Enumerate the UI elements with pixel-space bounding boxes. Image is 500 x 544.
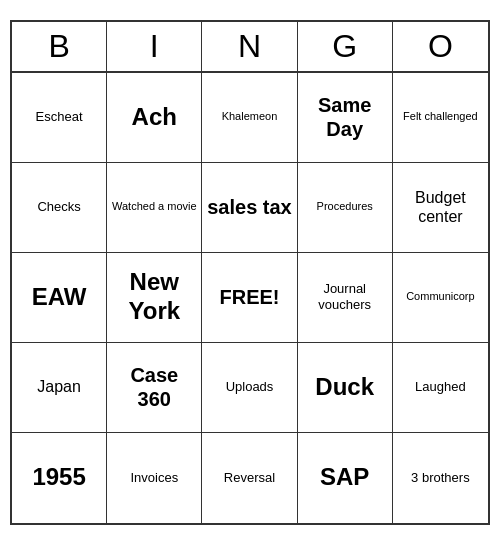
bingo-cell[interactable]: Escheat xyxy=(12,73,107,163)
bingo-header: BINGO xyxy=(12,22,488,73)
bingo-cell[interactable]: Laughed xyxy=(393,343,488,433)
cell-text: EAW xyxy=(32,283,87,312)
cell-text: Same Day xyxy=(302,93,388,141)
bingo-card: BINGO EscheatAchKhalemeonSame DayFelt ch… xyxy=(10,20,490,525)
bingo-cell[interactable]: New York xyxy=(107,253,202,343)
cell-text: Khalemeon xyxy=(222,110,278,123)
cell-text: Laughed xyxy=(415,379,466,395)
bingo-cell[interactable]: Khalemeon xyxy=(202,73,297,163)
bingo-cell[interactable]: Reversal xyxy=(202,433,297,523)
bingo-cell[interactable]: Duck xyxy=(298,343,393,433)
cell-text: Budget center xyxy=(397,188,484,226)
bingo-cell[interactable]: Uploads xyxy=(202,343,297,433)
cell-text: Felt challenged xyxy=(403,110,478,123)
cell-text: Japan xyxy=(37,377,81,396)
bingo-cell[interactable]: Communicorp xyxy=(393,253,488,343)
bingo-cell[interactable]: 3 brothers xyxy=(393,433,488,523)
cell-text: Case 360 xyxy=(111,363,197,411)
bingo-cell[interactable]: Case 360 xyxy=(107,343,202,433)
cell-text: SAP xyxy=(320,463,369,492)
cell-text: Communicorp xyxy=(406,290,474,303)
cell-text: New York xyxy=(111,268,197,326)
header-letter: N xyxy=(202,22,297,71)
bingo-cell[interactable]: EAW xyxy=(12,253,107,343)
cell-text: Invoices xyxy=(130,470,178,486)
header-letter: I xyxy=(107,22,202,71)
bingo-grid: EscheatAchKhalemeonSame DayFelt challeng… xyxy=(12,73,488,523)
bingo-cell[interactable]: Watched a movie xyxy=(107,163,202,253)
cell-text: Duck xyxy=(315,373,374,402)
cell-text: Procedures xyxy=(317,200,373,213)
cell-text: Watched a movie xyxy=(112,200,197,213)
cell-text: sales tax xyxy=(207,195,292,219)
bingo-cell[interactable]: SAP xyxy=(298,433,393,523)
bingo-cell[interactable]: Procedures xyxy=(298,163,393,253)
bingo-cell[interactable]: Invoices xyxy=(107,433,202,523)
bingo-cell[interactable]: Ach xyxy=(107,73,202,163)
header-letter: G xyxy=(298,22,393,71)
bingo-cell[interactable]: 1955 xyxy=(12,433,107,523)
bingo-cell[interactable]: Felt challenged xyxy=(393,73,488,163)
cell-text: FREE! xyxy=(219,285,279,309)
cell-text: Reversal xyxy=(224,470,275,486)
bingo-cell[interactable]: Same Day xyxy=(298,73,393,163)
cell-text: 3 brothers xyxy=(411,470,470,486)
bingo-cell[interactable]: Checks xyxy=(12,163,107,253)
cell-text: 1955 xyxy=(32,463,85,492)
header-letter: B xyxy=(12,22,107,71)
cell-text: Uploads xyxy=(226,379,274,395)
bingo-cell[interactable]: Budget center xyxy=(393,163,488,253)
bingo-cell[interactable]: sales tax xyxy=(202,163,297,253)
cell-text: Escheat xyxy=(36,109,83,125)
cell-text: Ach xyxy=(132,103,177,132)
bingo-cell[interactable]: Japan xyxy=(12,343,107,433)
cell-text: Checks xyxy=(37,199,80,215)
cell-text: Journal vouchers xyxy=(302,281,388,312)
bingo-cell[interactable]: Journal vouchers xyxy=(298,253,393,343)
header-letter: O xyxy=(393,22,488,71)
bingo-cell[interactable]: FREE! xyxy=(202,253,297,343)
